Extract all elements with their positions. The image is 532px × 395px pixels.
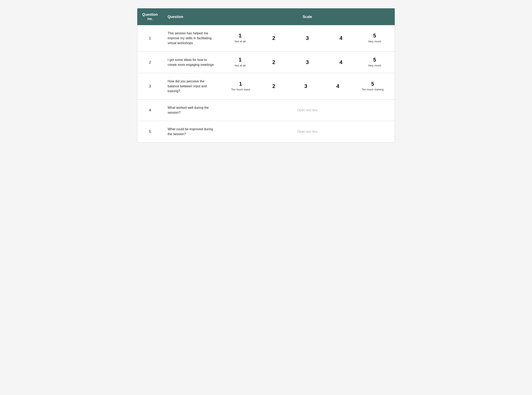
question-text: How did you perceive the balance between… — [163, 73, 220, 99]
scale-number: 3 — [306, 60, 309, 65]
scale-number: 5 — [371, 81, 374, 87]
table-row: 4What worked well during the session?Ope… — [137, 99, 395, 121]
header-scale: Scale — [220, 8, 395, 25]
scale-cell: Open text box — [220, 121, 395, 143]
scale-item-1[interactable]: 1Too much input — [231, 81, 250, 91]
scale-number: 5 — [373, 33, 376, 38]
scale-cell: 1Too much input2345Too much training — [220, 73, 395, 99]
scale-cell: 1Not at all2345Very much — [220, 25, 395, 51]
scale-item-3[interactable]: 3 — [299, 60, 315, 65]
scale-item-5[interactable]: 5Very much — [366, 57, 383, 67]
scale-item-2[interactable]: 2 — [266, 36, 282, 41]
question-text: This session has helped me improve my sk… — [163, 25, 220, 51]
scale-label: Too much input — [231, 88, 250, 91]
scale-label: Too much training — [362, 88, 383, 91]
scale-label: Not at all — [235, 40, 246, 43]
scale-number: 2 — [272, 36, 275, 41]
scale-number: 3 — [304, 84, 307, 89]
question-text: I got some ideas for how to create more … — [163, 51, 220, 73]
scale-label: Very much — [368, 64, 381, 67]
table-row: 2I got some ideas for how to create more… — [137, 51, 395, 73]
scale-number: 4 — [339, 36, 342, 41]
scale-item-5[interactable]: 5Too much training — [362, 81, 383, 91]
scale-item-1[interactable]: 1Not at all — [232, 33, 248, 43]
scale-item-4[interactable]: 4 — [330, 84, 346, 89]
scale-item-2[interactable]: 2 — [266, 84, 282, 89]
table-row: 5What could be improved during the sessi… — [137, 121, 395, 143]
header-question-no: Question no. — [137, 8, 163, 25]
question-number: 3 — [137, 73, 163, 99]
table-row: 1This session has helped me improve my s… — [137, 25, 395, 51]
scale-item-5[interactable]: 5Very much — [366, 33, 383, 43]
table-header-row: Question no. Question Scale — [137, 8, 395, 25]
scale-number: 3 — [306, 36, 309, 41]
question-text: What could be improved during the sessio… — [163, 121, 220, 143]
scale-item-1[interactable]: 1Not at all — [232, 57, 248, 67]
scale-number: 1 — [239, 81, 242, 87]
scale-cell: Open text box — [220, 99, 395, 121]
scale-label: Not at all — [235, 64, 246, 67]
question-number: 5 — [137, 121, 163, 143]
question-number: 1 — [137, 25, 163, 51]
scale-number: 2 — [272, 84, 275, 89]
scale-number: 1 — [239, 33, 241, 38]
scale-item-4[interactable]: 4 — [333, 36, 349, 41]
scale-number: 1 — [239, 57, 241, 63]
scale-number: 4 — [339, 60, 342, 65]
table-row: 3How did you perceive the balance betwee… — [137, 73, 395, 99]
header-question: Question — [163, 8, 220, 25]
survey-table: Question no. Question Scale 1This sessio… — [137, 8, 395, 143]
scale-item-3[interactable]: 3 — [298, 84, 314, 89]
question-number: 4 — [137, 99, 163, 121]
scale-number: 4 — [336, 84, 339, 89]
scale-item-2[interactable]: 2 — [266, 60, 282, 65]
scale-cell: 1Not at all2345Very much — [220, 51, 395, 73]
question-text: What worked well during the session? — [163, 99, 220, 121]
question-number: 2 — [137, 51, 163, 73]
scale-label: Very much — [368, 40, 381, 43]
scale-number: 2 — [272, 60, 275, 65]
scale-number: 5 — [373, 57, 376, 63]
scale-item-3[interactable]: 3 — [299, 36, 315, 41]
scale-item-4[interactable]: 4 — [333, 60, 349, 65]
